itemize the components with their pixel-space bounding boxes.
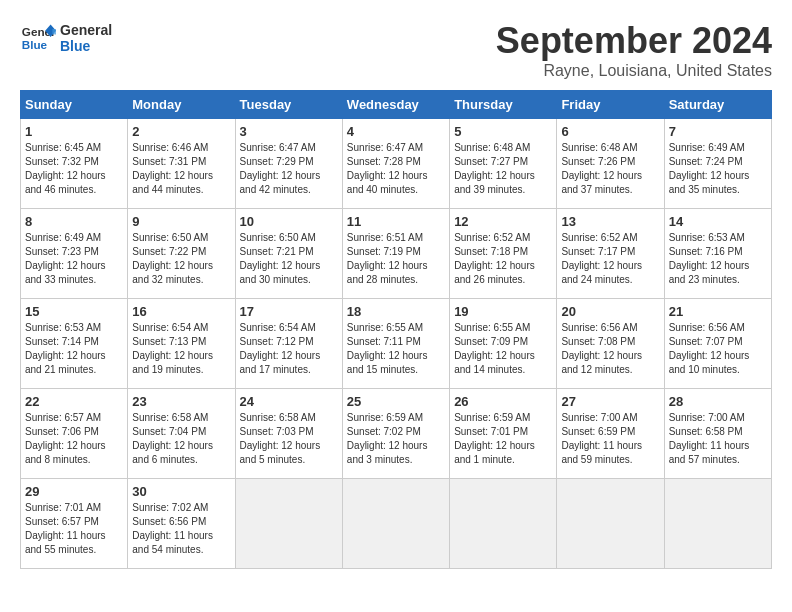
- header-saturday: Saturday: [664, 91, 771, 119]
- calendar-cell: 18Sunrise: 6:55 AM Sunset: 7:11 PM Dayli…: [342, 299, 449, 389]
- day-info: Sunrise: 6:59 AM Sunset: 7:01 PM Dayligh…: [454, 411, 552, 467]
- day-number: 25: [347, 394, 445, 409]
- week-row-0: 1Sunrise: 6:45 AM Sunset: 7:32 PM Daylig…: [21, 119, 772, 209]
- calendar-cell: 5Sunrise: 6:48 AM Sunset: 7:27 PM Daylig…: [450, 119, 557, 209]
- day-number: 22: [25, 394, 123, 409]
- title-block: September 2024 Rayne, Louisiana, United …: [496, 20, 772, 80]
- day-info: Sunrise: 6:46 AM Sunset: 7:31 PM Dayligh…: [132, 141, 230, 197]
- day-number: 1: [25, 124, 123, 139]
- calendar-cell: 22Sunrise: 6:57 AM Sunset: 7:06 PM Dayli…: [21, 389, 128, 479]
- day-number: 15: [25, 304, 123, 319]
- calendar-cell: 7Sunrise: 6:49 AM Sunset: 7:24 PM Daylig…: [664, 119, 771, 209]
- calendar-cell: 9Sunrise: 6:50 AM Sunset: 7:22 PM Daylig…: [128, 209, 235, 299]
- day-info: Sunrise: 6:55 AM Sunset: 7:09 PM Dayligh…: [454, 321, 552, 377]
- day-info: Sunrise: 6:51 AM Sunset: 7:19 PM Dayligh…: [347, 231, 445, 287]
- day-number: 13: [561, 214, 659, 229]
- calendar-table: SundayMondayTuesdayWednesdayThursdayFrid…: [20, 90, 772, 569]
- svg-marker-3: [52, 29, 56, 34]
- calendar-cell: 24Sunrise: 6:58 AM Sunset: 7:03 PM Dayli…: [235, 389, 342, 479]
- day-number: 26: [454, 394, 552, 409]
- calendar-cell: 26Sunrise: 6:59 AM Sunset: 7:01 PM Dayli…: [450, 389, 557, 479]
- calendar-subtitle: Rayne, Louisiana, United States: [496, 62, 772, 80]
- day-info: Sunrise: 7:02 AM Sunset: 6:56 PM Dayligh…: [132, 501, 230, 557]
- calendar-cell: 20Sunrise: 6:56 AM Sunset: 7:08 PM Dayli…: [557, 299, 664, 389]
- day-number: 16: [132, 304, 230, 319]
- day-number: 2: [132, 124, 230, 139]
- calendar-body: 1Sunrise: 6:45 AM Sunset: 7:32 PM Daylig…: [21, 119, 772, 569]
- calendar-cell: 2Sunrise: 6:46 AM Sunset: 7:31 PM Daylig…: [128, 119, 235, 209]
- day-info: Sunrise: 6:56 AM Sunset: 7:07 PM Dayligh…: [669, 321, 767, 377]
- day-info: Sunrise: 6:58 AM Sunset: 7:03 PM Dayligh…: [240, 411, 338, 467]
- day-info: Sunrise: 6:48 AM Sunset: 7:27 PM Dayligh…: [454, 141, 552, 197]
- calendar-cell: 13Sunrise: 6:52 AM Sunset: 7:17 PM Dayli…: [557, 209, 664, 299]
- week-row-4: 29Sunrise: 7:01 AM Sunset: 6:57 PM Dayli…: [21, 479, 772, 569]
- calendar-cell: 4Sunrise: 6:47 AM Sunset: 7:28 PM Daylig…: [342, 119, 449, 209]
- calendar-cell: 28Sunrise: 7:00 AM Sunset: 6:58 PM Dayli…: [664, 389, 771, 479]
- day-number: 20: [561, 304, 659, 319]
- day-info: Sunrise: 6:48 AM Sunset: 7:26 PM Dayligh…: [561, 141, 659, 197]
- day-number: 24: [240, 394, 338, 409]
- day-number: 6: [561, 124, 659, 139]
- day-info: Sunrise: 6:55 AM Sunset: 7:11 PM Dayligh…: [347, 321, 445, 377]
- day-number: 18: [347, 304, 445, 319]
- calendar-cell: 27Sunrise: 7:00 AM Sunset: 6:59 PM Dayli…: [557, 389, 664, 479]
- day-info: Sunrise: 7:00 AM Sunset: 6:59 PM Dayligh…: [561, 411, 659, 467]
- day-info: Sunrise: 7:01 AM Sunset: 6:57 PM Dayligh…: [25, 501, 123, 557]
- calendar-cell: 8Sunrise: 6:49 AM Sunset: 7:23 PM Daylig…: [21, 209, 128, 299]
- calendar-cell: 11Sunrise: 6:51 AM Sunset: 7:19 PM Dayli…: [342, 209, 449, 299]
- day-info: Sunrise: 6:53 AM Sunset: 7:14 PM Dayligh…: [25, 321, 123, 377]
- day-info: Sunrise: 6:52 AM Sunset: 7:18 PM Dayligh…: [454, 231, 552, 287]
- day-number: 7: [669, 124, 767, 139]
- header-monday: Monday: [128, 91, 235, 119]
- day-info: Sunrise: 6:59 AM Sunset: 7:02 PM Dayligh…: [347, 411, 445, 467]
- day-info: Sunrise: 6:49 AM Sunset: 7:23 PM Dayligh…: [25, 231, 123, 287]
- page-header: General Blue General Blue September 2024…: [20, 20, 772, 80]
- day-number: 9: [132, 214, 230, 229]
- calendar-cell: 10Sunrise: 6:50 AM Sunset: 7:21 PM Dayli…: [235, 209, 342, 299]
- day-info: Sunrise: 6:56 AM Sunset: 7:08 PM Dayligh…: [561, 321, 659, 377]
- calendar-cell: [235, 479, 342, 569]
- day-number: 8: [25, 214, 123, 229]
- week-row-1: 8Sunrise: 6:49 AM Sunset: 7:23 PM Daylig…: [21, 209, 772, 299]
- calendar-cell: [342, 479, 449, 569]
- day-number: 11: [347, 214, 445, 229]
- calendar-cell: 25Sunrise: 6:59 AM Sunset: 7:02 PM Dayli…: [342, 389, 449, 479]
- day-number: 21: [669, 304, 767, 319]
- day-info: Sunrise: 6:47 AM Sunset: 7:28 PM Dayligh…: [347, 141, 445, 197]
- day-info: Sunrise: 6:49 AM Sunset: 7:24 PM Dayligh…: [669, 141, 767, 197]
- day-number: 14: [669, 214, 767, 229]
- day-number: 5: [454, 124, 552, 139]
- logo-text-blue: Blue: [60, 38, 112, 54]
- header-sunday: Sunday: [21, 91, 128, 119]
- logo-text-general: General: [60, 22, 112, 38]
- calendar-cell: 3Sunrise: 6:47 AM Sunset: 7:29 PM Daylig…: [235, 119, 342, 209]
- day-number: 30: [132, 484, 230, 499]
- calendar-cell: 1Sunrise: 6:45 AM Sunset: 7:32 PM Daylig…: [21, 119, 128, 209]
- day-number: 23: [132, 394, 230, 409]
- calendar-cell: 16Sunrise: 6:54 AM Sunset: 7:13 PM Dayli…: [128, 299, 235, 389]
- logo: General Blue General Blue: [20, 20, 112, 56]
- calendar-cell: [450, 479, 557, 569]
- day-number: 10: [240, 214, 338, 229]
- calendar-cell: 17Sunrise: 6:54 AM Sunset: 7:12 PM Dayli…: [235, 299, 342, 389]
- day-info: Sunrise: 6:57 AM Sunset: 7:06 PM Dayligh…: [25, 411, 123, 467]
- calendar-header-row: SundayMondayTuesdayWednesdayThursdayFrid…: [21, 91, 772, 119]
- calendar-cell: 23Sunrise: 6:58 AM Sunset: 7:04 PM Dayli…: [128, 389, 235, 479]
- day-info: Sunrise: 6:52 AM Sunset: 7:17 PM Dayligh…: [561, 231, 659, 287]
- calendar-cell: 12Sunrise: 6:52 AM Sunset: 7:18 PM Dayli…: [450, 209, 557, 299]
- day-info: Sunrise: 6:50 AM Sunset: 7:22 PM Dayligh…: [132, 231, 230, 287]
- calendar-cell: 15Sunrise: 6:53 AM Sunset: 7:14 PM Dayli…: [21, 299, 128, 389]
- calendar-cell: 30Sunrise: 7:02 AM Sunset: 6:56 PM Dayli…: [128, 479, 235, 569]
- calendar-cell: 29Sunrise: 7:01 AM Sunset: 6:57 PM Dayli…: [21, 479, 128, 569]
- day-info: Sunrise: 6:45 AM Sunset: 7:32 PM Dayligh…: [25, 141, 123, 197]
- header-tuesday: Tuesday: [235, 91, 342, 119]
- week-row-3: 22Sunrise: 6:57 AM Sunset: 7:06 PM Dayli…: [21, 389, 772, 479]
- calendar-cell: [664, 479, 771, 569]
- day-number: 3: [240, 124, 338, 139]
- calendar-cell: 19Sunrise: 6:55 AM Sunset: 7:09 PM Dayli…: [450, 299, 557, 389]
- day-info: Sunrise: 7:00 AM Sunset: 6:58 PM Dayligh…: [669, 411, 767, 467]
- day-number: 12: [454, 214, 552, 229]
- day-info: Sunrise: 6:54 AM Sunset: 7:13 PM Dayligh…: [132, 321, 230, 377]
- day-number: 19: [454, 304, 552, 319]
- calendar-title: September 2024: [496, 20, 772, 62]
